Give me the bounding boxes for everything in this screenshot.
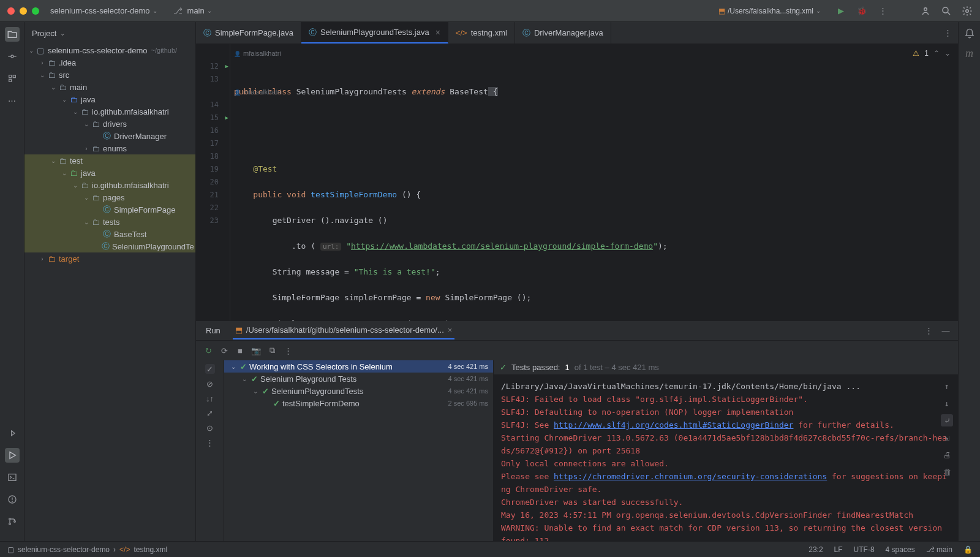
more-tools-button[interactable]: ⋯ xyxy=(5,93,20,108)
tree-item-pkg-main[interactable]: ⌄ 🗀 io.github.mfaisalkhatri xyxy=(24,105,195,118)
rerun-failed-button[interactable]: ⟳ xyxy=(219,346,229,355)
code-area[interactable]: public class SeleniumPlaygroundTests ext… xyxy=(230,44,958,320)
tree-item-drivers[interactable]: ⌄ 🗀 drivers xyxy=(24,118,195,130)
tree-item-java-test[interactable]: ⌄ 🗀 java xyxy=(24,167,195,179)
expand-icon[interactable]: › xyxy=(82,145,91,152)
maximize-window-button[interactable] xyxy=(32,7,39,15)
run-button[interactable]: ▶ xyxy=(835,6,846,17)
hide-panel-button[interactable]: — xyxy=(941,326,951,336)
expand-icon[interactable]: ⌄ xyxy=(251,388,260,395)
test-suite[interactable]: ⌄ Selenium Playground Tests 4 sec 421 ms xyxy=(224,373,493,385)
tree-item-pkg-test[interactable]: ⌄ 🗀 io.github.mfaisalkhatri xyxy=(24,179,195,191)
project-panel-header[interactable]: Project ⌄ xyxy=(24,22,195,44)
tab-simple-form-page[interactable]: Ⓒ SimpleFormPage.java xyxy=(196,22,301,44)
scroll-to-end-button[interactable]: ⇲ xyxy=(941,431,953,444)
notifications-button[interactable] xyxy=(963,27,976,40)
run-tool-button[interactable] xyxy=(5,448,20,463)
dump-threads-button[interactable]: 📷 xyxy=(251,346,261,355)
print-button[interactable]: 🖨 xyxy=(941,449,953,461)
services-tool-button[interactable] xyxy=(5,426,20,441)
settings-button[interactable] xyxy=(962,6,973,17)
problems-tool-button[interactable] xyxy=(5,492,20,507)
structure-tool-button[interactable] xyxy=(5,71,20,86)
expand-all-button[interactable]: ⤢ xyxy=(205,408,215,418)
tree-item-driver-manager[interactable]: Ⓒ DriverManager xyxy=(24,130,195,142)
expand-icon[interactable]: ⌄ xyxy=(71,182,80,189)
search-button[interactable] xyxy=(941,6,952,17)
tree-item-base-test[interactable]: Ⓒ BaseTest xyxy=(24,228,195,240)
git-branch-status[interactable]: ⎇ main xyxy=(926,545,952,554)
tree-root[interactable]: ⌄ ▢ selenium-css-selector-demo ~/github/ xyxy=(24,44,195,56)
lock-icon[interactable]: 🔒 xyxy=(963,545,973,554)
nav-bar-breadcrumb[interactable]: ▢ selenium-css-selector-demo › </> testn… xyxy=(7,545,167,554)
soft-wrap-toggle[interactable]: ⤶ xyxy=(941,414,953,426)
console-output[interactable]: /Library/Java/JavaVirtualMachines/temuri… xyxy=(494,375,958,541)
rerun-button[interactable]: ↻ xyxy=(203,346,213,355)
run-panel-more-button[interactable]: ⋮ xyxy=(924,326,933,336)
test-method[interactable]: testSimpleFormDemo 2 sec 695 ms xyxy=(224,397,493,409)
test-suite-root[interactable]: ⌄ Working with CSS Selectors in Selenium… xyxy=(224,360,493,373)
tree-item-tests[interactable]: ⌄ 🗀 tests xyxy=(24,216,195,228)
cursor-position[interactable]: 23:2 xyxy=(809,545,823,554)
project-tree[interactable]: ⌄ ▢ selenium-css-selector-demo ~/github/… xyxy=(24,44,195,541)
tab-testng-xml[interactable]: </> testng.xml xyxy=(448,22,515,44)
console-link[interactable]: https://chromedriver.chromium.org/securi… xyxy=(554,472,827,481)
close-tab-icon[interactable]: × xyxy=(435,28,440,37)
minimize-window-button[interactable] xyxy=(20,7,27,15)
breadcrumb-item[interactable]: testng.xml xyxy=(134,545,167,554)
expand-icon[interactable]: ⌄ xyxy=(49,84,58,91)
expand-icon[interactable]: › xyxy=(38,256,47,262)
expand-icon[interactable]: ⌄ xyxy=(82,219,91,225)
editor-content[interactable]: mfaisalkhatri 12▶ 13 mfaisalkhatri 14 15… xyxy=(196,44,958,320)
tab-selenium-playground-tests[interactable]: Ⓒ SeleniumPlaygroundTests.java × xyxy=(301,22,448,44)
project-selector[interactable]: selenium-css-selector-demo ⌄ xyxy=(45,4,162,18)
expand-icon[interactable]: ⌄ xyxy=(60,170,69,176)
run-gutter-icon[interactable]: ▶ xyxy=(225,115,228,121)
scroll-down-button[interactable]: ↓ xyxy=(941,397,953,409)
tree-item-idea[interactable]: › 🗀 .idea xyxy=(24,56,195,69)
expand-icon[interactable]: ⌄ xyxy=(71,108,80,115)
more-actions-button[interactable]: ⋮ xyxy=(877,6,888,17)
clear-all-button[interactable]: 🗑 xyxy=(941,466,953,478)
prev-highlight-button[interactable]: ⌃ xyxy=(933,49,940,58)
sort-button[interactable]: ↓↑ xyxy=(205,393,215,403)
file-encoding[interactable]: UTF-8 xyxy=(854,545,875,554)
expand-icon[interactable]: ⌄ xyxy=(240,376,249,382)
run-config-selector[interactable]: ⬒ /Users/faisalkha...stng.xml ⌄ xyxy=(714,4,826,18)
tree-item-java-main[interactable]: ⌄ 🗀 java xyxy=(24,93,195,105)
expand-icon[interactable]: ⌄ xyxy=(27,47,36,54)
run-gutter-icon[interactable]: ▶ xyxy=(225,63,228,69)
breadcrumb-item[interactable]: selenium-css-selector-demo xyxy=(18,545,110,554)
expand-icon[interactable]: ⌄ xyxy=(82,121,91,127)
tree-item-simple-form-page[interactable]: Ⓒ SimpleFormPage xyxy=(24,203,195,216)
test-history-button[interactable]: ⋮ xyxy=(205,438,215,447)
expand-icon[interactable]: ⌄ xyxy=(60,96,69,103)
expand-icon[interactable]: ⌄ xyxy=(82,194,91,201)
tree-item-pages[interactable]: ⌄ 🗀 pages xyxy=(24,191,195,203)
scroll-up-button[interactable]: ↑ xyxy=(941,380,953,392)
stop-button[interactable]: ■ xyxy=(235,346,245,355)
run-config-tab[interactable]: ⬒ /Users/faisalkhatri/github/selenium-cs… xyxy=(233,322,455,339)
show-ignored-toggle[interactable]: ⊘ xyxy=(205,379,215,388)
expand-icon[interactable]: ⌄ xyxy=(229,363,238,370)
tab-driver-manager[interactable]: Ⓒ DriverManager.java xyxy=(515,22,611,44)
commit-tool-button[interactable] xyxy=(5,49,20,64)
layout-button[interactable]: ⧉ xyxy=(267,346,277,355)
indent-setting[interactable]: 4 spaces xyxy=(886,545,915,554)
editor-gutter[interactable]: mfaisalkhatri 12▶ 13 mfaisalkhatri 14 15… xyxy=(196,44,230,320)
tree-item-selenium-playground-tests[interactable]: Ⓒ SeleniumPlaygroundTe xyxy=(24,240,195,252)
run-tab-label[interactable]: Run xyxy=(203,322,223,339)
expand-icon[interactable]: ⌄ xyxy=(38,72,47,78)
editor-inspections[interactable]: 1 ⌃ ⌄ xyxy=(913,49,951,58)
tree-item-src[interactable]: ⌄ 🗀 src xyxy=(24,69,195,81)
more-run-actions[interactable]: ⋮ xyxy=(283,346,293,355)
test-class[interactable]: ⌄ SeleniumPlaygroundTests 4 sec 421 ms xyxy=(224,385,493,397)
vcs-tool-button[interactable] xyxy=(5,514,20,529)
show-passed-toggle[interactable]: ✓ xyxy=(205,364,215,374)
branch-selector[interactable]: main ⌄ xyxy=(168,4,217,18)
project-tool-button[interactable] xyxy=(5,27,20,42)
tree-item-enums[interactable]: › 🗀 enums xyxy=(24,142,195,154)
close-tab-icon[interactable]: × xyxy=(448,325,453,335)
close-window-button[interactable] xyxy=(7,7,15,15)
code-with-me-button[interactable] xyxy=(920,6,931,17)
